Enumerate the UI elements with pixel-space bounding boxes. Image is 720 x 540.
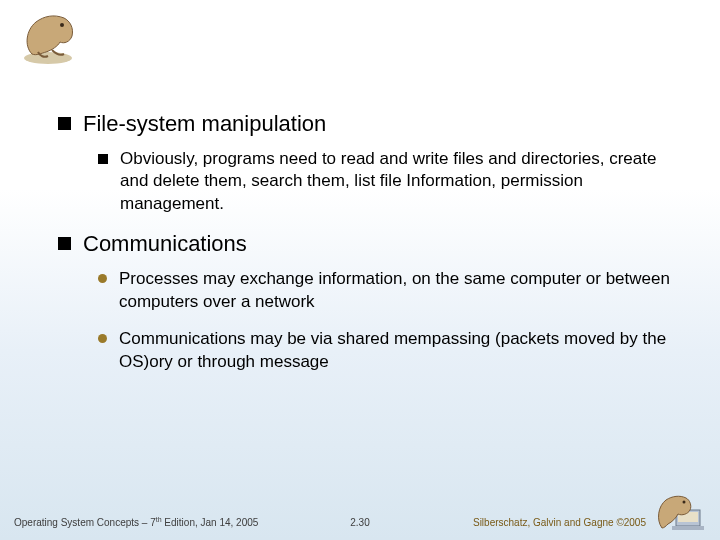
footer-left-suffix: Edition, Jan 14, 2005	[162, 517, 259, 528]
square-bullet-icon	[58, 117, 71, 130]
footer-slide-number: 2.30	[350, 517, 369, 528]
bullet-heading: Communications	[83, 230, 247, 258]
svg-rect-4	[672, 526, 704, 530]
bullet-file-system: File-system manipulation	[58, 110, 680, 138]
footer-dinosaur-icon	[654, 490, 710, 534]
content-area: File-system manipulation Obviously, prog…	[58, 110, 680, 388]
square-bullet-icon	[98, 154, 108, 164]
footer-left-prefix: Operating System Concepts – 7	[14, 517, 156, 528]
sub-bullet: Communications may be via shared mempass…	[98, 328, 680, 374]
footer-copyright: Silberschatz, Galvin and Gagne ©2005	[473, 517, 646, 528]
sub-bullet: Obviously, programs need to read and wri…	[98, 148, 680, 217]
sub-bullet-text: Obviously, programs need to read and wri…	[120, 148, 680, 217]
sub-bullet: Processes may exchange information, on t…	[98, 268, 680, 314]
sub-bullet-text: Communications may be via shared mempass…	[119, 328, 680, 374]
svg-point-5	[683, 501, 686, 504]
footer-left: Operating System Concepts – 7th Edition,…	[14, 516, 258, 528]
sub-bullet-text: Processes may exchange information, on t…	[119, 268, 680, 314]
svg-point-1	[60, 23, 64, 27]
header-dinosaur-icon	[18, 8, 78, 66]
bullet-heading: File-system manipulation	[83, 110, 326, 138]
dot-bullet-icon	[98, 334, 107, 343]
square-bullet-icon	[58, 237, 71, 250]
footer: Operating System Concepts – 7th Edition,…	[0, 496, 720, 540]
dot-bullet-icon	[98, 274, 107, 283]
bullet-communications: Communications	[58, 230, 680, 258]
slide: File-system manipulation Obviously, prog…	[0, 0, 720, 540]
